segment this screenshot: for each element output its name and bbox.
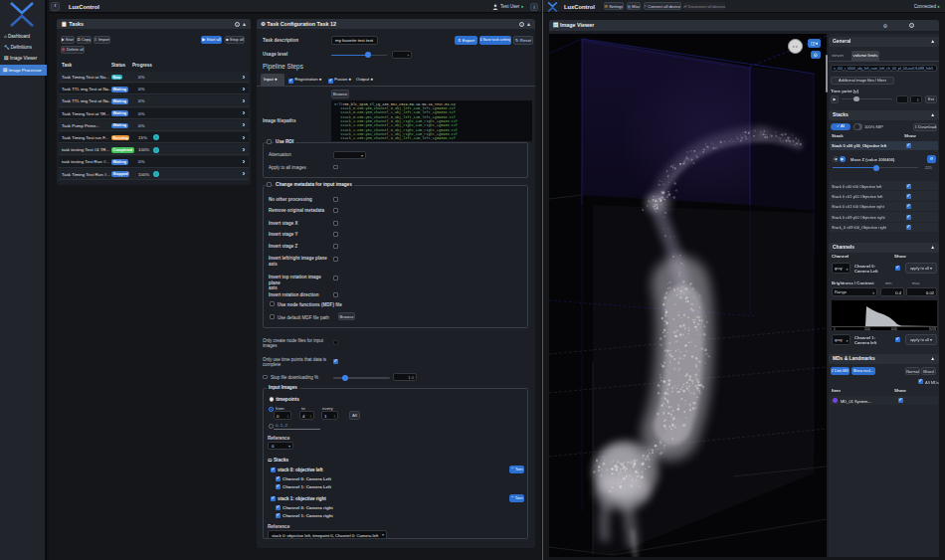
svg-text:65535: 65535	[929, 327, 937, 330]
svg-text:4000: 4000	[891, 327, 897, 330]
svg-text:2000: 2000	[864, 327, 870, 330]
